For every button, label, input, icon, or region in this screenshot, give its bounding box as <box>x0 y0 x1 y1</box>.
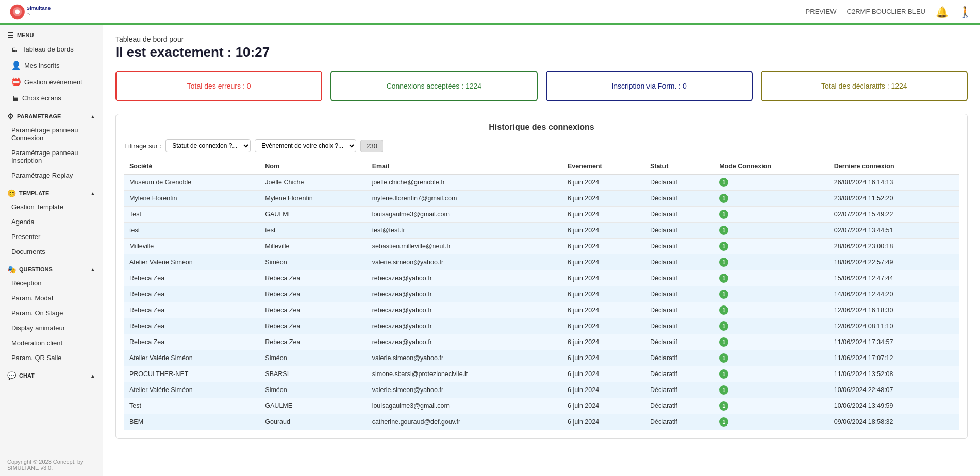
cell-mode: 1 <box>714 350 829 366</box>
stats-row: Total des erreurs : 0 Connexions accepté… <box>115 71 968 101</box>
mode-badge: 1 <box>719 242 728 251</box>
col-statut: Statut <box>645 159 714 175</box>
cell-date: 11/06/2024 17:34:57 <box>829 334 959 350</box>
cell-evenement: 6 juin 2024 <box>562 239 645 254</box>
cell-nom: Rebeca Zea <box>260 318 367 334</box>
user-icon[interactable]: 🚶 <box>959 6 972 18</box>
topbar-right: PREVIEW C2RMF BOUCLIER BLEU 🔔 🚶 <box>806 6 972 18</box>
sidebar-item-param-panneau-connexion[interactable]: Paramétrage panneau Connexion <box>0 123 103 145</box>
cell-statut: Déclaratif <box>645 382 714 398</box>
table-title: Historique des connexions <box>124 123 959 132</box>
sidebar-item-param-replay[interactable]: Paramétrage Replay <box>0 168 103 183</box>
logo-svg: Simultane .tv <box>8 4 65 20</box>
sidebar-item-documents[interactable]: Documents <box>0 244 103 259</box>
cell-statut: Déclaratif <box>645 175 714 191</box>
cell-statut: Déclaratif <box>645 191 714 207</box>
cell-societe: Atelier Valérie Siméon <box>124 254 260 270</box>
cell-email: rebecazea@yahoo.fr <box>367 286 562 302</box>
col-date: Derniere connexion <box>829 159 959 175</box>
sidebar-item-gestion-evenement[interactable]: 📛 Gestion évènement <box>0 74 103 90</box>
cell-date: 11/06/2024 17:07:12 <box>829 350 959 366</box>
sidebar-item-reception[interactable]: Réception <box>0 276 103 291</box>
cell-mode: 1 <box>714 191 829 207</box>
cell-evenement: 6 juin 2024 <box>562 398 645 414</box>
cell-societe: Mylene Florentin <box>124 191 260 207</box>
cell-nom: Siméon <box>260 350 367 366</box>
page-subtitle: Tableau de bord pour <box>115 35 968 43</box>
svg-text:.tv: .tv <box>26 12 30 16</box>
cell-evenement: 6 juin 2024 <box>562 207 645 223</box>
cell-evenement: 6 juin 2024 <box>562 302 645 318</box>
col-evenement: Evenement <box>562 159 645 175</box>
sidebar: ☰ MENU 🗂 Tableau de bords 👤 Mes inscrits… <box>0 25 103 476</box>
sidebar-item-choix-ecrans[interactable]: 🖥 Choix écrans <box>0 90 103 106</box>
cell-evenement: 6 juin 2024 <box>562 175 645 191</box>
cell-email: rebecazea@yahoo.fr <box>367 302 562 318</box>
cell-statut: Déclaratif <box>645 254 714 270</box>
cell-societe: test <box>124 223 260 239</box>
cell-date: 09/06/2024 18:58:32 <box>829 414 959 430</box>
cell-mode: 1 <box>714 366 829 382</box>
col-email: Email <box>367 159 562 175</box>
sidebar-item-param-on-stage[interactable]: Param. On Stage <box>0 305 103 320</box>
sidebar-item-presenter[interactable]: Presenter <box>0 229 103 244</box>
cell-evenement: 6 juin 2024 <box>562 334 645 350</box>
sidebar-item-param-qr-salle[interactable]: Param. QR Salle <box>0 350 103 365</box>
table-row: Rebeca Zea Rebeca Zea rebecazea@yahoo.fr… <box>124 270 959 286</box>
sidebar-item-tableau-de-bords[interactable]: 🗂 Tableau de bords <box>0 41 103 57</box>
preview-link[interactable]: PREVIEW <box>806 8 837 15</box>
dashboard-icon: 🗂 <box>11 45 19 54</box>
table-row: Rebeca Zea Rebeca Zea rebecazea@yahoo.fr… <box>124 334 959 350</box>
sidebar-item-moderation-client[interactable]: Modération client <box>0 335 103 350</box>
mode-badge: 1 <box>719 417 728 427</box>
notification-icon[interactable]: 🔔 <box>936 6 949 18</box>
template-chevron: ▲ <box>90 191 95 196</box>
cell-mode: 1 <box>714 207 829 223</box>
filter-statut-select[interactable]: Statut de connexion ?... <box>165 139 251 152</box>
cell-date: 12/06/2024 16:18:30 <box>829 302 959 318</box>
cell-nom: Joëlle Chiche <box>260 175 367 191</box>
chat-icon: 💬 <box>7 371 16 380</box>
cell-nom: Rebeca Zea <box>260 302 367 318</box>
cell-mode: 1 <box>714 239 829 254</box>
cell-email: rebecazea@yahoo.fr <box>367 334 562 350</box>
table-row: Test GAULME louisagaulme3@gmail.com 6 ju… <box>124 207 959 223</box>
connections-table: Société Nom Email Evenement Statut Mode … <box>124 159 959 430</box>
stat-inscription-form: Inscription via Form. : 0 <box>546 71 753 101</box>
cell-nom: Gouraud <box>260 414 367 430</box>
sidebar-item-display-animateur[interactable]: Display animateur <box>0 320 103 335</box>
sidebar-item-param-panneau-inscription[interactable]: Paramétrage panneau Inscription <box>0 145 103 168</box>
table-row: Rebeca Zea Rebeca Zea rebecazea@yahoo.fr… <box>124 286 959 302</box>
parametrage-section: ⚙ PARAMETRAGE ▲ <box>0 106 103 123</box>
cell-mode: 1 <box>714 382 829 398</box>
cell-mode: 1 <box>714 334 829 350</box>
col-mode: Mode Connexion <box>714 159 829 175</box>
col-societe: Société <box>124 159 260 175</box>
cell-email: joelle.chiche@grenoble.fr <box>367 175 562 191</box>
table-row: test test test@test.fr 6 juin 2024 Décla… <box>124 223 959 239</box>
table-row: PROCULTHER-NET SBARSI simone.sbarsi@prot… <box>124 366 959 382</box>
event-icon: 📛 <box>11 77 21 87</box>
event-label[interactable]: C2RMF BOUCLIER BLEU <box>847 8 925 15</box>
filter-event-select[interactable]: Evènement de votre choix ?... <box>255 139 356 152</box>
cell-date: 12/06/2024 08:11:10 <box>829 318 959 334</box>
sidebar-item-param-modal[interactable]: Param. Modal <box>0 291 103 305</box>
cell-societe: Atelier Valérie Siméon <box>124 382 260 398</box>
mode-badge: 1 <box>719 305 728 315</box>
sidebar-item-mes-inscrits[interactable]: 👤 Mes inscrits <box>0 57 103 74</box>
table-row: Atelier Valérie Siméon Siméon valerie.si… <box>124 254 959 270</box>
template-icon: 😊 <box>7 189 16 197</box>
cell-email: rebecazea@yahoo.fr <box>367 270 562 286</box>
sidebar-item-gestion-template[interactable]: Gestion Template <box>0 199 103 214</box>
sidebar-item-agenda[interactable]: Agenda <box>0 214 103 229</box>
cell-nom: Siméon <box>260 254 367 270</box>
cell-date: 18/06/2024 22:57:49 <box>829 254 959 270</box>
table-row: Rebeca Zea Rebeca Zea rebecazea@yahoo.fr… <box>124 318 959 334</box>
page-title: Il est exactement : 10:27 <box>115 44 968 60</box>
table-row: Test GAULME louisagaulme3@gmail.com 6 ju… <box>124 398 959 414</box>
table-section: Historique des connexions Filtrage sur :… <box>115 114 968 439</box>
cell-societe: Atelier Valérie Siméon <box>124 350 260 366</box>
cell-email: simone.sbarsi@protezionecivile.it <box>367 366 562 382</box>
cell-nom: GAULME <box>260 398 367 414</box>
cell-email: louisagaulme3@gmail.com <box>367 398 562 414</box>
